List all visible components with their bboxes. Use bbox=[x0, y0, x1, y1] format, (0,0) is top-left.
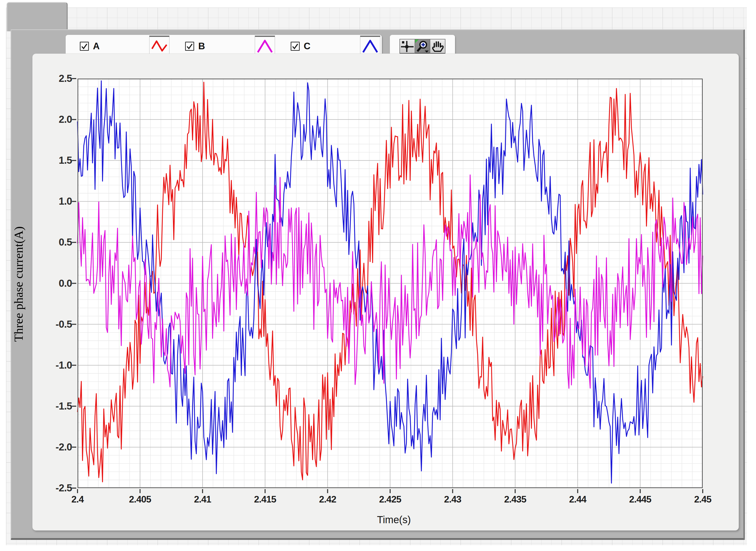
x-tick-label: 2.43 bbox=[444, 494, 461, 505]
x-tick-label: 2.425 bbox=[379, 494, 401, 505]
x-tick-label: 2.415 bbox=[254, 494, 276, 505]
plot-a-visibility-checkbox[interactable] bbox=[80, 42, 89, 51]
plot-b-visibility-checkbox[interactable] bbox=[185, 42, 194, 51]
check-icon bbox=[186, 42, 193, 50]
legend-label: C bbox=[304, 41, 311, 52]
y-tick-label: 2.5 bbox=[30, 73, 72, 84]
labview-front-panel-window: A B bbox=[0, 0, 756, 551]
hand-icon bbox=[431, 40, 444, 53]
check-icon bbox=[81, 42, 88, 50]
pan-tool-button[interactable] bbox=[430, 39, 445, 54]
plot-c-visibility-checkbox[interactable] bbox=[291, 42, 300, 51]
y-tick-label: 1.5 bbox=[30, 155, 72, 166]
zoom-tool-button[interactable] bbox=[415, 39, 430, 54]
x-axis-ticks: 2.42.4052.412.4152.422.4252.432.4352.442… bbox=[78, 494, 703, 507]
x-tick-label: 2.445 bbox=[629, 494, 651, 505]
line-sample-icon bbox=[257, 39, 273, 54]
x-tick-label: 2.405 bbox=[129, 494, 151, 505]
y-tick-label: 2.0 bbox=[30, 114, 72, 125]
front-panel-tab[interactable] bbox=[7, 2, 68, 31]
crosshair-icon bbox=[400, 40, 414, 53]
x-tick-label: 2.41 bbox=[194, 494, 211, 505]
x-tick-label: 2.4 bbox=[71, 494, 84, 505]
y-tick-label: 1.0 bbox=[30, 195, 72, 207]
line-sample-icon bbox=[151, 39, 168, 54]
waveform-plot bbox=[78, 79, 703, 488]
y-tick-label: 0.5 bbox=[30, 236, 72, 248]
check-icon bbox=[291, 42, 299, 50]
x-axis-title: Time(s) bbox=[268, 514, 520, 525]
x-tick-label: 2.45 bbox=[694, 494, 711, 505]
x-tick-label: 2.435 bbox=[504, 494, 526, 505]
legend-label: A bbox=[93, 41, 100, 52]
y-tick-label: -1.5 bbox=[30, 400, 72, 412]
cursor-movement-tool-button[interactable] bbox=[399, 39, 415, 54]
y-axis-title: Three phase current(A) bbox=[11, 153, 26, 416]
x-tick-label: 2.42 bbox=[319, 494, 336, 505]
y-tick-label: 0.0 bbox=[30, 278, 72, 289]
line-sample-icon bbox=[362, 39, 379, 54]
y-tick-label: -0.5 bbox=[30, 318, 72, 330]
plot-area[interactable] bbox=[78, 79, 703, 488]
y-tick-label: -2.5 bbox=[30, 482, 72, 494]
x-tick-label: 2.44 bbox=[569, 494, 586, 505]
magnifier-zoom-icon bbox=[416, 40, 429, 53]
y-axis-ticks: 2.52.01.51.00.50.0-0.5-1.0-1.5-2.0-2.5 bbox=[30, 79, 72, 488]
y-tick-label: -2.0 bbox=[30, 441, 72, 453]
legend-label: B bbox=[198, 41, 205, 52]
y-tick-label: -1.0 bbox=[30, 359, 72, 371]
